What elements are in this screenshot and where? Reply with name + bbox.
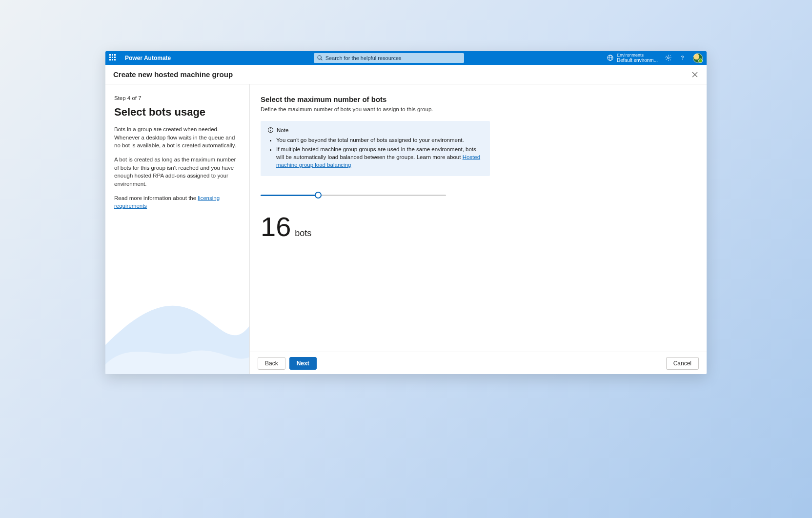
- panel-title: Create new hosted machine group: [113, 70, 233, 79]
- left-para-2: A bot is created as long as the maximum …: [114, 156, 241, 188]
- app-window: Power Automate Environments Default envi…: [105, 51, 707, 374]
- cancel-button[interactable]: Cancel: [666, 357, 699, 370]
- left-para-3-prefix: Read more information about the: [114, 195, 198, 201]
- settings-icon[interactable]: [665, 54, 672, 61]
- slider-fill: [261, 195, 318, 196]
- decorative-wave: [105, 267, 250, 374]
- slider-thumb[interactable]: [315, 192, 322, 199]
- user-avatar[interactable]: [693, 53, 703, 63]
- app-launcher-icon[interactable]: [109, 54, 117, 62]
- left-para-1: Bots in a group are created when needed.…: [114, 125, 241, 150]
- search-icon: [317, 55, 323, 61]
- left-pane: Step 4 of 7 Select bots usage Bots in a …: [105, 84, 250, 374]
- topbar: Power Automate Environments Default envi…: [105, 51, 707, 65]
- right-content: Select the maximum number of bots Define…: [250, 84, 707, 352]
- step-label: Step 4 of 7: [114, 95, 241, 101]
- section-desc: Define the maximum number of bots you wa…: [261, 106, 696, 112]
- topbar-right: Environments Default environm...: [607, 53, 703, 63]
- bots-slider[interactable]: [261, 191, 446, 200]
- right-pane: Select the maximum number of bots Define…: [250, 84, 707, 374]
- svg-line-1: [321, 59, 322, 60]
- footer-bar: Back Next Cancel: [250, 352, 707, 374]
- svg-point-0: [318, 56, 321, 59]
- left-para-3: Read more information about the licensin…: [114, 194, 241, 210]
- bots-number: 16: [261, 213, 291, 240]
- next-button[interactable]: Next: [289, 357, 317, 370]
- note-head: Note: [267, 127, 483, 133]
- close-icon[interactable]: [691, 71, 699, 79]
- search-wrap: [314, 53, 464, 63]
- panel-title-row: Create new hosted machine group: [105, 65, 707, 84]
- environment-picker[interactable]: Environments Default environm...: [607, 53, 658, 63]
- help-icon[interactable]: [679, 54, 686, 61]
- bots-display: 16 bots: [261, 213, 696, 240]
- note-label: Note: [277, 127, 288, 133]
- svg-point-6: [682, 60, 683, 60]
- back-button[interactable]: Back: [258, 357, 285, 370]
- environment-name: Default environm...: [617, 58, 658, 63]
- environment-icon: [607, 54, 614, 61]
- svg-point-5: [668, 57, 670, 59]
- body-split: Step 4 of 7 Select bots usage Bots in a …: [105, 84, 707, 374]
- search-input[interactable]: [314, 53, 464, 63]
- note-item-2-text: If multiple hosted machine group groups …: [276, 146, 476, 160]
- note-item-1: You can't go beyond the total number of …: [276, 136, 483, 144]
- note-item-2: If multiple hosted machine group groups …: [276, 145, 483, 169]
- environment-label: Environments: [617, 53, 658, 58]
- section-title: Select the maximum number of bots: [261, 95, 696, 103]
- step-heading: Select bots usage: [114, 106, 241, 119]
- bots-unit: bots: [295, 228, 311, 239]
- note-list: You can't go beyond the total number of …: [267, 136, 483, 169]
- note-box: Note You can't go beyond the total numbe…: [261, 121, 490, 176]
- app-name: Power Automate: [125, 55, 171, 61]
- info-icon: [267, 127, 274, 133]
- svg-point-11: [270, 128, 271, 129]
